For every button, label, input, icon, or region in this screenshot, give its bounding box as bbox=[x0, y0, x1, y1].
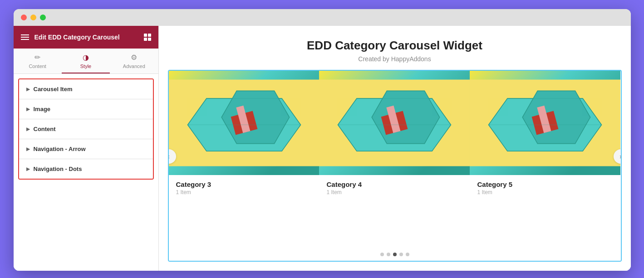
chevron-right-icon-2: ▶ bbox=[26, 107, 30, 112]
widget-subtitle: Created by HappyAddons bbox=[168, 55, 622, 63]
accordion-carousel-item: ▶ Carousel Item bbox=[19, 79, 153, 99]
advanced-tab-icon: ⚙ bbox=[131, 53, 137, 62]
carousel-item-img-1 bbox=[169, 71, 320, 175]
carousel-item-1: Category 3 1 Item bbox=[169, 71, 320, 248]
carousel-item-info-1: Category 3 1 Item bbox=[169, 175, 320, 202]
accordion-carousel-item-header[interactable]: ▶ Carousel Item bbox=[19, 79, 153, 99]
sidebar-tabs: ✏ Content ◑ Style ⚙ Advanced bbox=[14, 49, 158, 74]
hamburger-icon[interactable] bbox=[21, 34, 29, 40]
carousel-dots bbox=[169, 248, 621, 261]
arrow-left-icon: ‹ bbox=[168, 153, 170, 160]
chevron-right-icon: ▶ bbox=[26, 87, 30, 92]
accordion-container: ▶ Carousel Item ▶ Image ▶ Content bbox=[14, 74, 158, 271]
tab-style-label: Style bbox=[80, 63, 91, 69]
carousel-item-info-3: Category 5 1 Item bbox=[470, 175, 620, 202]
chevron-right-icon-3: ▶ bbox=[26, 127, 30, 132]
carousel-item-2: Category 4 1 Item bbox=[319, 71, 470, 248]
browser-titlebar bbox=[14, 9, 631, 26]
carousel-track: Category 3 1 Item bbox=[169, 71, 621, 248]
dot-4[interactable] bbox=[399, 253, 403, 256]
sidebar-header: Edit EDD Category Carousel bbox=[14, 26, 158, 49]
carousel-item-count-1: 1 Item bbox=[176, 189, 312, 195]
maximize-button[interactable] bbox=[40, 15, 46, 20]
carousel-item-category-3: Category 5 bbox=[477, 180, 613, 188]
tab-content-label: Content bbox=[29, 63, 46, 69]
accordion-content: ▶ Content bbox=[19, 119, 153, 139]
carousel-item-count-3: 1 Item bbox=[477, 189, 613, 195]
main-content: EDD Category Carousel Widget Created by … bbox=[159, 26, 631, 271]
carousel-wrapper: ‹ ‹ › bbox=[168, 70, 622, 262]
content-tab-icon: ✏ bbox=[34, 53, 40, 62]
arrow-right-icon: › bbox=[619, 153, 621, 160]
chevron-right-icon-4: ▶ bbox=[26, 146, 30, 151]
browser-window: Edit EDD Category Carousel ✏ Content ◑ S… bbox=[14, 9, 631, 271]
accordion-image-label: Image bbox=[34, 106, 51, 112]
accordion-image: ▶ Image bbox=[19, 99, 153, 119]
grid-icon[interactable] bbox=[144, 34, 151, 41]
carousel-item-3: Category 5 1 Item bbox=[470, 71, 620, 248]
accordion-image-header[interactable]: ▶ Image bbox=[19, 99, 153, 119]
tab-content[interactable]: ✏ Content bbox=[14, 49, 62, 73]
accordion-border: ▶ Carousel Item ▶ Image ▶ Content bbox=[18, 78, 154, 180]
carousel-item-img-2 bbox=[319, 71, 470, 175]
accordion-carousel-item-label: Carousel Item bbox=[34, 86, 73, 93]
carousel-item-info-2: Category 4 1 Item bbox=[319, 175, 470, 202]
carousel-item-img-3 bbox=[470, 71, 620, 175]
widget-header: EDD Category Carousel Widget Created by … bbox=[159, 26, 631, 70]
browser-body: Edit EDD Category Carousel ✏ Content ◑ S… bbox=[14, 26, 631, 271]
minimize-button[interactable] bbox=[30, 15, 36, 20]
carousel-item-category-2: Category 4 bbox=[326, 180, 462, 188]
tab-advanced[interactable]: ⚙ Advanced bbox=[110, 49, 158, 73]
accordion-navigation-arrow-header[interactable]: ▶ Navigation - Arrow bbox=[19, 139, 153, 159]
sidebar: Edit EDD Category Carousel ✏ Content ◑ S… bbox=[14, 26, 159, 271]
chevron-right-icon-5: ▶ bbox=[26, 166, 30, 171]
dot-5[interactable] bbox=[406, 253, 409, 256]
accordion-navigation-dots: ▶ Navigation - Dots bbox=[19, 159, 153, 179]
dot-1[interactable] bbox=[380, 253, 384, 256]
close-button[interactable] bbox=[21, 15, 27, 20]
accordion-navigation-dots-header[interactable]: ▶ Navigation - Dots bbox=[19, 159, 153, 179]
dot-3[interactable] bbox=[393, 253, 397, 256]
tab-style[interactable]: ◑ Style bbox=[62, 49, 110, 73]
style-tab-icon: ◑ bbox=[83, 53, 89, 62]
tab-advanced-label: Advanced bbox=[123, 63, 145, 69]
sidebar-title: Edit EDD Category Carousel bbox=[34, 34, 138, 41]
accordion-navigation-arrow-label: Navigation - Arrow bbox=[34, 146, 86, 152]
dot-2[interactable] bbox=[387, 253, 390, 256]
accordion-content-label: Content bbox=[34, 126, 56, 132]
carousel-item-count-2: 1 Item bbox=[326, 189, 462, 195]
carousel-item-category-1: Category 3 bbox=[176, 180, 312, 188]
widget-title: EDD Category Carousel Widget bbox=[168, 39, 622, 53]
accordion-navigation-dots-label: Navigation - Dots bbox=[34, 166, 82, 172]
accordion-content-header[interactable]: ▶ Content bbox=[19, 119, 153, 139]
accordion-navigation-arrow: ▶ Navigation - Arrow bbox=[19, 139, 153, 159]
